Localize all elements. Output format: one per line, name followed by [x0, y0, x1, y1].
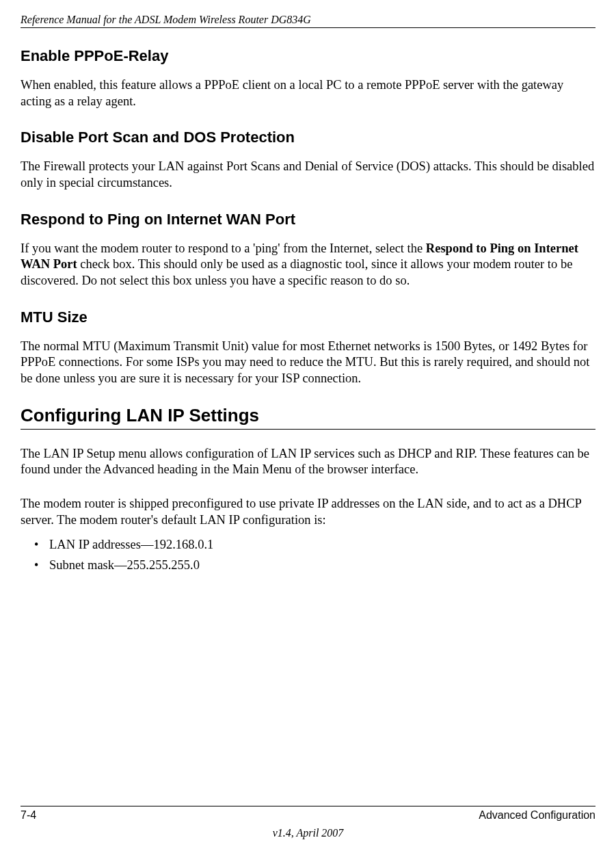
heading-mtu: MTU Size	[21, 309, 595, 326]
bullet-list-lan-ip: LAN IP addresses—192.168.0.1 Subnet mask…	[21, 535, 595, 575]
heading-pppoe-relay: Enable PPPoE-Relay	[21, 47, 595, 65]
footer-page-number: 7-4	[21, 809, 36, 822]
body-mtu: The normal MTU (Maximum Transmit Unit) v…	[21, 339, 595, 387]
footer-chapter: Advanced Configuration	[479, 809, 595, 822]
heading-lan-ip: Configuring LAN IP Settings	[21, 405, 595, 426]
page-footer: 7-4 Advanced Configuration v1.4, April 2…	[21, 806, 595, 839]
document-header: Reference Manual for the ADSL Modem Wire…	[21, 14, 595, 26]
header-divider	[21, 27, 595, 28]
heading-port-scan: Disable Port Scan and DOS Protection	[21, 129, 595, 146]
body-respond-ping-post: check box. This should only be used as a…	[21, 257, 572, 287]
body-lan-ip-p2: The modem router is shipped preconfigure…	[21, 496, 595, 528]
footer-divider	[21, 806, 595, 806]
body-respond-ping-pre: If you want the modem router to respond …	[21, 241, 426, 255]
list-item: LAN IP addresses—192.168.0.1	[34, 535, 595, 555]
body-pppoe-relay: When enabled, this feature allows a PPPo…	[21, 77, 595, 109]
body-respond-ping: If you want the modem router to respond …	[21, 241, 595, 289]
footer-version: v1.4, April 2007	[21, 827, 595, 839]
list-item: Subnet mask—255.255.255.0	[34, 555, 595, 576]
heading-respond-ping: Respond to Ping on Internet WAN Port	[21, 211, 595, 228]
body-lan-ip-p1: The LAN IP Setup menu allows configurati…	[21, 446, 595, 478]
heading-divider	[21, 429, 595, 430]
body-port-scan: The Firewall protects your LAN against P…	[21, 159, 595, 191]
